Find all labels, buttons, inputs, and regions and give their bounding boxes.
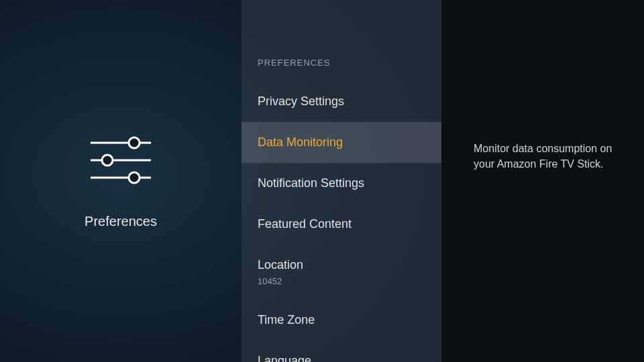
menu-item-language[interactable]: Language [241,341,441,362]
menu-item-label: Data Monitoring [258,135,343,149]
menu-item-time-zone[interactable]: Time Zone [241,300,441,341]
menu-item-label: Featured Content [258,217,352,231]
menu-item-featured-content[interactable]: Featured Content [241,204,441,245]
menu-item-label: Notification Settings [258,176,364,190]
menu-header: PREFERENCES [241,58,441,81]
svg-point-1 [129,137,140,148]
svg-point-5 [129,172,140,183]
sliders-icon [87,133,154,187]
menu-item-location[interactable]: Location 10452 [241,245,441,300]
menu-item-label: Privacy Settings [258,95,344,108]
menu-item-notification-settings[interactable]: Notification Settings [241,163,441,204]
menu-item-label: Language [258,354,311,362]
menu-item-data-monitoring[interactable]: Data Monitoring [241,122,441,163]
detail-pane: Monitor data consumption on your Amazon … [441,0,644,362]
detail-description: Monitor data consumption on your Amazon … [474,141,617,172]
svg-point-3 [102,155,113,166]
menu-item-label: Location [258,258,303,272]
page-title: Preferences [85,214,157,229]
menu-item-privacy-settings[interactable]: Privacy Settings [241,81,441,122]
menu-pane: PREFERENCES Privacy Settings Data Monito… [241,0,441,362]
menu-item-label: Time Zone [258,313,315,326]
menu-item-subvalue: 10452 [258,276,425,286]
left-pane: Preferences [0,0,241,362]
